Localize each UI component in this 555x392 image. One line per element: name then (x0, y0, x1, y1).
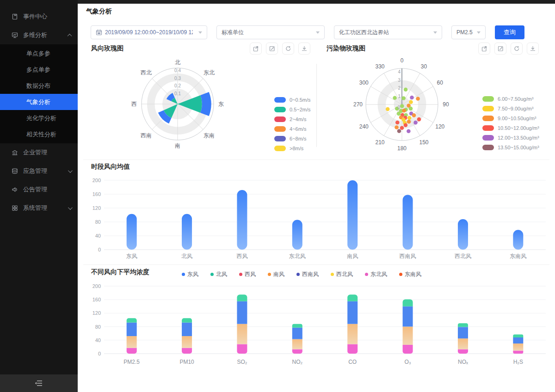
sidebar-item-label: 应急管理 (23, 167, 63, 175)
announcement-icon (11, 186, 18, 193)
sidebar-collapse-button[interactable] (0, 374, 78, 392)
unit-select[interactable]: 标准单位 (216, 25, 325, 39)
svg-text:120: 120 (92, 205, 101, 211)
sidebar-subitem-多点单参[interactable]: 多点单参 (0, 61, 78, 78)
svg-text:NO₂: NO₂ (292, 359, 302, 365)
vertical-divider (316, 64, 317, 147)
legend-swatch (482, 116, 494, 121)
legend-item[interactable]: 9.00~10.50ug/m³ (482, 116, 539, 121)
multi-analysis-icon (11, 31, 18, 39)
query-button[interactable]: 查询 (495, 25, 524, 39)
legend-item[interactable]: 东南风 (399, 270, 421, 278)
sidebar-item-1[interactable]: 多维分析 (0, 26, 78, 44)
date-range-picker[interactable]: 2019/09/09 12:00:00~2019/10/09 12:00:00 (91, 25, 207, 39)
menu-fold-icon (35, 380, 43, 387)
legend-item[interactable]: 南风 (268, 270, 284, 278)
sidebar-item-3[interactable]: 应急管理 (0, 162, 78, 180)
svg-text:200: 200 (92, 178, 101, 183)
station-select-value: 化工功区西北边界站 (339, 29, 431, 37)
svg-text:O₃: O₃ (404, 359, 411, 365)
svg-text:40: 40 (95, 337, 101, 343)
legend-label: 南风 (273, 270, 284, 278)
sidebar-item-2[interactable]: 企业管理 (0, 143, 78, 162)
legend-item[interactable]: 东北风 (365, 270, 387, 278)
sidebar-subitem-气象分析[interactable]: 气象分析 (0, 94, 78, 110)
avg-concentration-legend: 东风北风西风南风西南风西北风东北风东南风 (182, 270, 421, 278)
legend-dot (365, 273, 368, 276)
sidebar-subitem-相关性分析[interactable]: 相关性分析 (0, 126, 78, 142)
legend-swatch (482, 125, 494, 131)
download-button[interactable] (527, 43, 539, 55)
edit-button[interactable] (266, 43, 278, 55)
legend-label: 0.5~2m/s (290, 107, 311, 112)
legend-label: 10.50~12.00ug/m³ (498, 125, 539, 131)
legend-label: 0~0.5m/s (290, 97, 311, 103)
legend-swatch (482, 145, 494, 150)
sidebar-subitem-光化学分析[interactable]: 光化学分析 (0, 110, 78, 126)
sidebar-item-label: 系统管理 (23, 204, 63, 212)
sidebar-subitem-数据分布[interactable]: 数据分布 (0, 78, 78, 94)
legend-item[interactable]: 北风 (210, 270, 227, 278)
main-content: 气象分析 2019/09/09 12:00:00~2019/10/09 12:0… (78, 0, 555, 392)
legend-dot (210, 273, 214, 276)
refresh-button[interactable] (282, 43, 294, 55)
legend-item[interactable]: 6~8m/s (274, 136, 311, 141)
legend-label: 7.50~9.00ug/m³ (498, 106, 533, 111)
pollutant-select[interactable]: PM2.5 (451, 25, 486, 39)
open-button[interactable] (250, 43, 262, 55)
download-icon (301, 45, 308, 52)
legend-label: 西北风 (336, 270, 353, 278)
download-button[interactable] (298, 43, 310, 55)
svg-text:东南风: 东南风 (510, 253, 526, 259)
legend-label: 12.00~13.50ug/m³ (498, 135, 539, 141)
svg-text:0.1: 0.1 (174, 91, 181, 96)
legend-item[interactable]: >8m/s (274, 146, 311, 151)
legend-item[interactable]: 12.00~13.50ug/m³ (482, 135, 539, 141)
sidebar-item-0[interactable]: 事件中心 (0, 7, 78, 26)
pollution-rose-legend: 6.00~7.50ug/m³7.50~9.00ug/m³9.00~10.50ug… (482, 96, 539, 154)
legend-item[interactable]: 4~6m/s (274, 126, 311, 132)
svg-text:H₂S: H₂S (513, 359, 523, 365)
legend-item[interactable]: 2~4m/s (274, 116, 311, 122)
wind-mean-bar-chart: 04080120160200东风北风西风东北风南风西南风西北风东南风 (78, 173, 555, 263)
sidebar-item-5[interactable]: 系统管理 (0, 199, 78, 217)
legend-item[interactable]: 西北风 (331, 270, 353, 278)
legend-item[interactable]: 0.5~2m/s (274, 107, 311, 112)
svg-text:3: 3 (398, 78, 401, 83)
edit-button[interactable] (494, 43, 506, 55)
wind-rose-toolbar (250, 43, 310, 55)
legend-item[interactable]: 0~0.5m/s (274, 97, 311, 103)
svg-text:30: 30 (421, 63, 427, 70)
legend-item[interactable]: 7.50~9.00ug/m³ (482, 106, 539, 111)
svg-text:0: 0 (98, 351, 101, 356)
svg-text:西南: 西南 (141, 132, 152, 139)
svg-text:90: 90 (443, 101, 449, 108)
svg-text:南风: 南风 (347, 253, 358, 259)
legend-label: 北风 (216, 270, 227, 278)
svg-text:120: 120 (92, 310, 101, 316)
refresh-icon (513, 45, 520, 52)
svg-text:CO: CO (348, 359, 357, 365)
refresh-button[interactable] (511, 43, 523, 55)
legend-item[interactable]: 10.50~12.00ug/m³ (482, 125, 539, 131)
legend-dot (239, 273, 242, 276)
sidebar-subitem-单点多参[interactable]: 单点多参 (0, 45, 78, 61)
legend-swatch (274, 107, 286, 112)
sidebar-item-4[interactable]: 公告管理 (0, 180, 78, 199)
legend-swatch (482, 96, 494, 102)
legend-item[interactable]: 13.50~15.00ug/m³ (482, 145, 539, 150)
open-button[interactable] (478, 43, 490, 55)
legend-dot (296, 273, 300, 276)
legend-item[interactable]: 西风 (239, 270, 256, 278)
svg-text:1: 1 (398, 94, 401, 99)
legend-item[interactable]: 西南风 (296, 270, 319, 278)
svg-text:PM10: PM10 (179, 359, 194, 365)
station-select[interactable]: 化工功区西北边界站 (334, 25, 442, 39)
svg-text:180: 180 (397, 145, 407, 152)
legend-item[interactable]: 6.00~7.50ug/m³ (482, 96, 539, 102)
legend-item[interactable]: 东风 (182, 270, 198, 278)
svg-text:西北: 西北 (141, 69, 152, 76)
svg-text:60: 60 (437, 80, 444, 86)
svg-text:0: 0 (397, 105, 400, 110)
app: 事件中心多维分析单点多参多点单参数据分布气象分析光化学分析相关性分析企业管理应急… (0, 0, 555, 392)
